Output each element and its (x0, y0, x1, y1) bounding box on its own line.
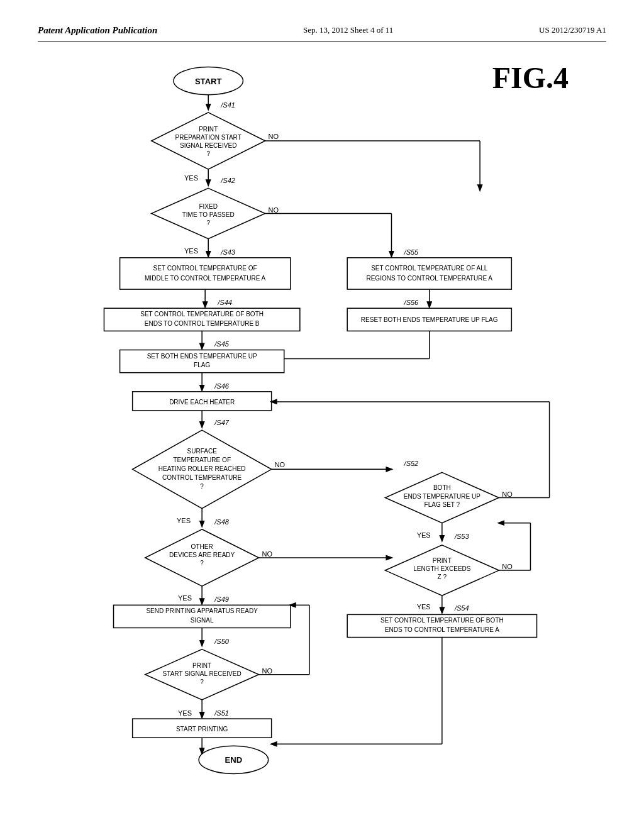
svg-text:/S56: /S56 (404, 299, 419, 306)
svg-text:NO: NO (502, 563, 513, 570)
publication-title: Patent Application Publication (38, 25, 157, 36)
svg-text:DRIVE EACH HEATER: DRIVE EACH HEATER (169, 399, 235, 406)
svg-text:START PRINTING: START PRINTING (176, 726, 228, 733)
svg-text:REGIONS TO CONTROL TEMPERATURE: REGIONS TO CONTROL TEMPERATURE A (366, 275, 492, 282)
svg-text:ENDS TO CONTROL TEMPERATURE A: ENDS TO CONTROL TEMPERATURE A (385, 627, 500, 634)
svg-text:NO: NO (275, 461, 286, 468)
svg-text:PRINT: PRINT (192, 662, 211, 669)
svg-text:/S51: /S51 (214, 709, 229, 717)
svg-text:PREPARATION START: PREPARATION START (175, 134, 242, 141)
svg-text:YES: YES (178, 594, 192, 602)
svg-text:FLAG SET ?: FLAG SET ? (425, 501, 460, 508)
svg-rect-29 (347, 258, 511, 289)
svg-text:YES: YES (178, 709, 192, 717)
svg-text:FIXED: FIXED (199, 203, 218, 210)
svg-text:SET CONTROL TEMPERATURE OF: SET CONTROL TEMPERATURE OF (153, 265, 257, 272)
svg-text:/S50: /S50 (214, 638, 230, 645)
svg-text:MIDDLE TO CONTROL TEMPERATURE : MIDDLE TO CONTROL TEMPERATURE A (145, 275, 266, 282)
svg-text:SEND PRINTING APPARATUS READY: SEND PRINTING APPARATUS READY (146, 607, 258, 614)
svg-text:HEATING ROLLER REACHED: HEATING ROLLER REACHED (158, 465, 246, 472)
svg-text:PRINT: PRINT (433, 557, 452, 564)
publication-info: Sep. 13, 2012 Sheet 4 of 11 (303, 25, 393, 35)
page-header: Patent Application Publication Sep. 13, … (38, 25, 606, 42)
svg-text:?: ? (200, 483, 204, 490)
svg-text:SET BOTH ENDS TEMPERATURE UP: SET BOTH ENDS TEMPERATURE UP (147, 353, 257, 360)
svg-text:TEMPERATURE OF: TEMPERATURE OF (173, 456, 231, 463)
svg-text:/S47: /S47 (214, 419, 230, 426)
svg-text:BOTH: BOTH (433, 485, 451, 492)
diagram-area: FIG.4 START /S41 PRINT PREPARATION START… (38, 54, 606, 783)
svg-rect-25 (120, 258, 291, 289)
svg-text:?: ? (200, 560, 204, 567)
svg-text:?: ? (206, 150, 210, 157)
svg-text:NO: NO (502, 490, 513, 498)
svg-text:SURFACE: SURFACE (187, 448, 217, 455)
svg-text:SIGNAL RECEIVED: SIGNAL RECEIVED (180, 142, 236, 149)
svg-text:?: ? (206, 219, 210, 226)
svg-text:PRINT: PRINT (199, 126, 218, 133)
svg-text:FLAG: FLAG (194, 362, 210, 368)
svg-text:DEVICES ARE READY: DEVICES ARE READY (169, 551, 235, 558)
svg-text:Z ?: Z ? (438, 573, 447, 580)
svg-text:/S48: /S48 (214, 518, 230, 526)
svg-text:ENDS TO CONTROL TEMPERATURE B: ENDS TO CONTROL TEMPERATURE B (145, 320, 260, 327)
svg-text:LENGTH EXCEEDS: LENGTH EXCEEDS (413, 565, 471, 572)
publication-number: US 2012/230719 A1 (539, 25, 606, 35)
svg-text:OTHER: OTHER (191, 543, 213, 550)
svg-text:/S43: /S43 (220, 248, 236, 256)
svg-text:/S45: /S45 (214, 340, 230, 348)
svg-text:YES: YES (417, 531, 431, 539)
svg-text:/S42: /S42 (220, 177, 235, 184)
svg-text:/S49: /S49 (214, 595, 229, 603)
svg-text:SIGNAL: SIGNAL (191, 617, 214, 624)
svg-text:END: END (225, 755, 243, 765)
svg-text:TIME TO PASSED: TIME TO PASSED (182, 211, 235, 218)
svg-text:START: START (195, 77, 222, 86)
svg-text:NO: NO (269, 133, 279, 140)
svg-text:SET CONTROL TEMPERATURE OF BOT: SET CONTROL TEMPERATURE OF BOTH (380, 617, 504, 624)
svg-text:YES: YES (417, 603, 431, 611)
svg-text:CONTROL TEMPERATURE: CONTROL TEMPERATURE (162, 474, 242, 481)
flowchart-svg: START /S41 PRINT PREPARATION START SIGNA… (38, 54, 606, 783)
svg-text:YES: YES (177, 517, 191, 524)
svg-text:SET CONTROL TEMPERATURE OF ALL: SET CONTROL TEMPERATURE OF ALL (371, 265, 488, 272)
svg-text:RESET BOTH ENDS TEMPERATURE UP: RESET BOTH ENDS TEMPERATURE UP FLAG (361, 316, 498, 323)
svg-text:YES: YES (184, 247, 198, 255)
svg-text:NO: NO (269, 206, 279, 214)
svg-text:START SIGNAL RECEIVED: START SIGNAL RECEIVED (163, 670, 242, 677)
svg-text:/S52: /S52 (404, 460, 419, 467)
svg-text:/S55: /S55 (404, 248, 419, 256)
page: Patent Application Publication Sep. 13, … (0, 0, 644, 830)
svg-text:YES: YES (184, 174, 198, 182)
svg-text:/S41: /S41 (220, 101, 235, 109)
svg-text:/S53: /S53 (454, 533, 470, 540)
svg-text:NO: NO (262, 550, 273, 558)
svg-text:?: ? (200, 678, 204, 685)
svg-text:/S54: /S54 (454, 604, 469, 612)
svg-text:/S46: /S46 (214, 382, 230, 390)
svg-text:ENDS TEMPERATURE UP: ENDS TEMPERATURE UP (404, 493, 481, 500)
svg-text:NO: NO (262, 667, 273, 675)
svg-text:/S44: /S44 (217, 299, 232, 306)
svg-text:SET CONTROL TEMPERATURE OF BOT: SET CONTROL TEMPERATURE OF BOTH (140, 311, 264, 318)
